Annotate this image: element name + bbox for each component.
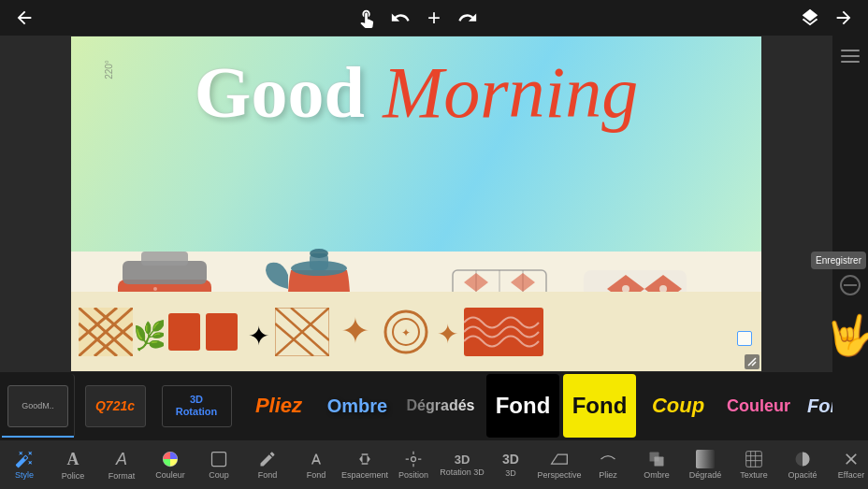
svg-rect-66 bbox=[841, 61, 860, 63]
svg-rect-63 bbox=[464, 308, 543, 356]
effect-item-coup[interactable]: Coup bbox=[640, 374, 716, 438]
canvas-resize-handle[interactable] bbox=[745, 354, 760, 369]
svg-rect-64 bbox=[841, 50, 860, 51]
svg-rect-51 bbox=[206, 313, 238, 351]
svg-rect-75 bbox=[696, 450, 715, 468]
canvas-image[interactable]: Good Morning 220° COFFEE bbox=[71, 36, 761, 371]
tool-effacer[interactable]: Effacer bbox=[827, 440, 868, 489]
tool-texture[interactable]: Texture bbox=[730, 440, 778, 489]
good-text: Good bbox=[195, 51, 365, 133]
tool-coup[interactable]: Coup bbox=[195, 440, 243, 489]
tool-rotation3d[interactable]: 3D Rotation 3D bbox=[438, 440, 486, 489]
effect-item-fond-yellow[interactable]: Fond bbox=[563, 374, 636, 438]
tool-ombre-label: Ombre bbox=[644, 470, 670, 480]
tool-effacer-label: Effacer bbox=[838, 470, 864, 480]
svg-rect-50 bbox=[168, 313, 200, 351]
tool-rotation3d-label: Rotation 3D bbox=[440, 467, 485, 477]
tool-espacement-label: Espacement bbox=[341, 470, 388, 480]
tool-opacite-label: Opacité bbox=[788, 470, 817, 480]
svg-rect-65 bbox=[841, 55, 860, 57]
tool-opacite[interactable]: Opacité bbox=[778, 440, 827, 489]
effect-item-3drotation[interactable]: 3DRotation bbox=[155, 374, 238, 438]
tool-position[interactable]: Position bbox=[389, 440, 438, 489]
effect-item-q721[interactable]: Q721c bbox=[79, 374, 152, 438]
svg-text:✦: ✦ bbox=[340, 311, 370, 351]
svg-marker-27 bbox=[511, 273, 535, 292]
undo-button[interactable] bbox=[387, 5, 413, 31]
layers-button[interactable] bbox=[797, 5, 823, 31]
svg-text:✦: ✦ bbox=[248, 322, 269, 351]
tool-format-label: Format bbox=[108, 471, 136, 481]
tool-couleur-label: Couleur bbox=[155, 470, 185, 480]
register-label[interactable]: Enregistrer bbox=[811, 252, 866, 269]
tool-format[interactable]: A Format bbox=[97, 440, 146, 489]
effect-item-format[interactable]: Format bbox=[801, 374, 832, 438]
toolbar-center: + bbox=[354, 5, 481, 31]
tool-style[interactable]: Style bbox=[0, 440, 49, 489]
tool-texture-label: Texture bbox=[740, 470, 768, 480]
tool-fond1[interactable]: Fond bbox=[243, 440, 292, 489]
tool-style-label: Style bbox=[15, 470, 34, 480]
tool-pliez-label: Pliez bbox=[599, 470, 617, 480]
tool-degrade-label: Dégradé bbox=[689, 470, 722, 480]
panel-lines-icon[interactable] bbox=[837, 43, 863, 69]
preview-thumbnail: GoodM.. bbox=[7, 385, 68, 427]
main-title-area: Good Morning bbox=[71, 50, 761, 135]
register-button[interactable]: Enregistrer bbox=[811, 252, 866, 269]
toolbar-left bbox=[11, 5, 37, 31]
tool-3d-label: 3D bbox=[505, 468, 516, 478]
right-panel: 🤟 Enregistrer bbox=[832, 36, 868, 372]
back-button[interactable] bbox=[11, 5, 37, 31]
hand-tool-button[interactable] bbox=[354, 5, 380, 31]
resize-handle-top-right[interactable] bbox=[737, 331, 752, 346]
morning-text: Morning bbox=[365, 51, 639, 133]
forward-button[interactable] bbox=[831, 5, 857, 31]
effect-item-preview[interactable]: GoodM.. bbox=[2, 374, 75, 438]
svg-point-13 bbox=[310, 249, 328, 258]
tool-fond2-label: Fond bbox=[307, 470, 326, 480]
tool-couleur[interactable]: Couleur bbox=[146, 440, 195, 489]
tool-fond2[interactable]: Fond bbox=[292, 440, 340, 489]
tool-degrade[interactable]: Dégradé bbox=[681, 440, 730, 489]
svg-text:🌿: 🌿 bbox=[136, 319, 164, 352]
canvas-area: Good Morning 220° COFFEE bbox=[0, 36, 832, 372]
tool-3d[interactable]: 3D 3D bbox=[486, 440, 535, 489]
svg-rect-70 bbox=[212, 453, 226, 467]
no-entry-icon[interactable] bbox=[840, 275, 861, 299]
effect-item-fond-black[interactable]: Fond bbox=[486, 374, 559, 438]
tool-coup-label: Coup bbox=[209, 470, 229, 480]
brush-area: 🤟 bbox=[826, 77, 868, 365]
add-button[interactable]: + bbox=[421, 5, 447, 31]
canvas-bottom-section: COFFEE bbox=[71, 252, 761, 371]
q721-thumbnail: Q721c bbox=[85, 385, 146, 427]
svg-rect-76 bbox=[746, 452, 762, 467]
svg-marker-72 bbox=[552, 454, 568, 464]
svg-rect-74 bbox=[655, 457, 664, 467]
canvas-top-section: Good Morning 220° bbox=[71, 36, 761, 252]
effect-item-degrade[interactable]: Dégradés bbox=[398, 374, 483, 438]
toolbar-right bbox=[797, 5, 857, 31]
effect-item-couleur[interactable]: Couleur bbox=[720, 374, 797, 438]
svg-text:✦: ✦ bbox=[437, 320, 458, 349]
preview-underline bbox=[2, 436, 74, 438]
3drotation-thumbnail: 3DRotation bbox=[162, 385, 232, 427]
tool-police[interactable]: A Police bbox=[49, 440, 97, 489]
effect-item-ombre[interactable]: Ombre bbox=[320, 374, 395, 438]
svg-text:✦: ✦ bbox=[401, 326, 411, 339]
pattern-strip: 🌿 ✦ ✦ ✦ ✦ bbox=[71, 292, 761, 371]
tool-fond1-label: Fond bbox=[258, 470, 278, 480]
tool-perspective[interactable]: Perspective bbox=[535, 440, 584, 489]
tool-position-label: Position bbox=[398, 470, 428, 480]
tool-pliez[interactable]: Pliez bbox=[584, 440, 632, 489]
effect-strip: GoodM.. Q721c 3DRotation Pliez Ombre Dég… bbox=[0, 372, 832, 439]
effect-item-pliez[interactable]: Pliez bbox=[241, 374, 316, 438]
tool-espacement[interactable]: Espacement bbox=[340, 440, 389, 489]
svg-point-71 bbox=[412, 457, 416, 462]
svg-marker-26 bbox=[464, 273, 488, 292]
tool-ombre[interactable]: Ombre bbox=[632, 440, 681, 489]
tool-perspective-label: Perspective bbox=[537, 470, 581, 480]
svg-point-7 bbox=[153, 287, 157, 291]
redo-button[interactable] bbox=[455, 5, 481, 31]
svg-rect-2 bbox=[141, 252, 188, 266]
top-toolbar: + bbox=[0, 0, 868, 36]
